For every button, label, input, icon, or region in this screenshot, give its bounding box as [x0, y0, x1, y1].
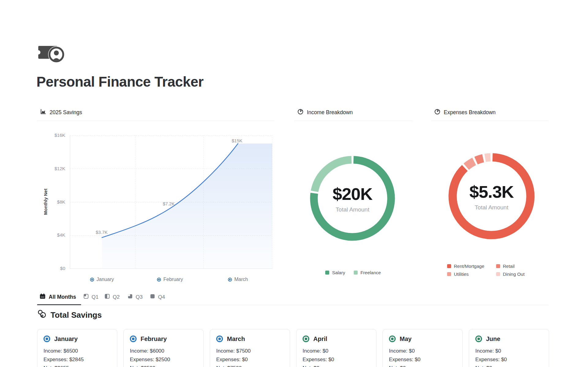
month-name: February [141, 335, 167, 343]
savings-header-rule [37, 121, 274, 121]
y-tick: $8K [49, 200, 65, 204]
legend-item-salary[interactable]: Salary [325, 270, 345, 275]
month-card-january: January Income: $6500 Expenses: $2845 Ne… [37, 329, 117, 367]
total-savings-header: Total Savings [37, 309, 102, 321]
legend-swatch [354, 271, 358, 275]
income-legend: Salary Freelance [310, 270, 396, 275]
tab-label: All Months [49, 294, 76, 300]
tab-label: Q2 [113, 294, 120, 300]
expenses-donut-chart[interactable]: $5.3K Total Amount [448, 153, 535, 240]
tab-label: Q3 [136, 294, 143, 300]
legend-label: Dining Out [503, 272, 525, 277]
expenses-total-label: Total Amount [475, 204, 508, 211]
legend-item-dining[interactable]: Dining Out [496, 272, 525, 277]
savings-section-title: 2025 Savings [50, 109, 82, 116]
legend-label: Freelance [360, 270, 381, 275]
legend-item-utilities[interactable]: Utilities [447, 272, 496, 277]
quarter-4-icon [150, 294, 155, 300]
y-tick: $16K [49, 133, 65, 138]
legend-item-freelance[interactable]: Freelance [354, 270, 381, 275]
month-bullet-icon [389, 335, 396, 342]
income-line: Income: $0 [389, 348, 456, 354]
month-card-june: June Income: $0 Expenses: $0 Net: $0 [469, 329, 549, 367]
income-section-title: Income Breakdown [307, 109, 353, 116]
net-line: Net: $3500 [130, 365, 197, 367]
month-name: March [227, 335, 245, 343]
income-donut-chart[interactable]: $20K Total Amount [310, 155, 395, 241]
tab-q2[interactable]: Q2 [105, 294, 120, 300]
legend-label: Utilities [454, 272, 469, 277]
legend-label: Salary [332, 270, 345, 275]
income-line: Income: $0 [303, 348, 370, 354]
month-bullet-icon [216, 335, 223, 342]
income-total-label: Total Amount [336, 206, 369, 213]
legend-swatch [496, 272, 500, 276]
expenses-line: Expenses: $0 [216, 357, 284, 362]
month-card-march: March Income: $7500 Expenses: $0 Net: $7… [210, 329, 290, 367]
legend-label: Rent/Mortgage [454, 264, 484, 269]
legend-swatch [447, 264, 451, 268]
month-card-header: April [303, 335, 370, 343]
quarter-1-icon [84, 294, 89, 300]
x-tick-march: March [228, 277, 248, 282]
pie-chart-icon [297, 109, 303, 116]
expenses-line: Expenses: $0 [475, 357, 543, 362]
income-section-header: Income Breakdown [297, 108, 411, 117]
tab-q1[interactable]: Q1 [84, 294, 99, 300]
x-tick-label: January [96, 277, 114, 282]
finance-dashboard: Personal Finance Tracker 2025 Savings In… [0, 0, 588, 367]
legend-swatch [496, 264, 500, 268]
expenses-legend: Rent/Mortgage Retail Utilities Dining Ou… [447, 264, 525, 277]
expenses-section-header: Expenses Breakdown [434, 108, 548, 117]
income-donut-center: $20K Total Amount [310, 155, 395, 241]
month-name: January [54, 335, 78, 343]
tab-q3[interactable]: Q3 [128, 294, 143, 300]
tick-dot-icon [90, 278, 94, 282]
expenses-line: Expenses: $2500 [130, 357, 197, 362]
expenses-donut-center: $5.3K Total Amount [448, 153, 535, 240]
legend-item-retail[interactable]: Retail [496, 264, 525, 269]
calendar-icon [40, 293, 46, 301]
net-line: Net: $7500 [216, 365, 284, 367]
month-card-may: May Income: $0 Expenses: $0 Net: $0 [383, 329, 463, 367]
pie-chart-icon [434, 109, 440, 116]
month-bullet-icon [303, 335, 309, 342]
x-tick-february: February [157, 277, 183, 282]
tick-dot-icon [157, 278, 161, 282]
y-axis-title: Monthly Net [43, 183, 48, 220]
net-line: Net: $0 [475, 365, 543, 367]
net-line: Net: $0 [389, 365, 456, 367]
expenses-line: Expenses: $0 [303, 357, 370, 362]
app-logo-banknote-icon [37, 43, 67, 64]
x-tick-label: February [163, 277, 183, 282]
expenses-section-title: Expenses Breakdown [444, 109, 496, 116]
month-bullet-icon [475, 335, 482, 342]
income-line: Income: $6500 [43, 348, 111, 354]
tab-q4[interactable]: Q4 [150, 294, 165, 300]
income-total: $20K [333, 184, 372, 204]
tick-dot-icon [228, 278, 232, 282]
legend-item-rent[interactable]: Rent/Mortgage [447, 264, 496, 269]
active-tab-underline [37, 304, 81, 305]
x-tick-january: January [90, 277, 114, 282]
quarter-3-icon [128, 294, 133, 300]
expenses-line: Expenses: $0 [389, 357, 456, 362]
month-card-february: February Income: $6000 Expenses: $2500 N… [123, 329, 204, 367]
month-card-header: February [130, 335, 197, 343]
expenses-header-rule [431, 121, 548, 121]
x-tick-label: March [234, 277, 248, 282]
tab-label: Q4 [158, 294, 165, 300]
month-bullet-icon [130, 335, 137, 342]
total-savings-title: Total Savings [51, 310, 102, 320]
tab-all-months[interactable]: All Months [40, 293, 76, 301]
y-tick: $0 [49, 266, 65, 271]
income-line: Income: $7500 [216, 348, 284, 354]
month-card-april: April Income: $0 Expenses: $0 Net: $0 [296, 329, 376, 367]
month-card-header: January [43, 335, 111, 343]
tab-label: Q1 [92, 294, 99, 300]
month-card-header: March [216, 335, 284, 343]
point-label-january: $3.7K [96, 230, 107, 235]
point-label-february: $7.2K [163, 201, 175, 206]
month-card-header: May [389, 335, 456, 343]
point-label-march: $15K [232, 138, 242, 143]
